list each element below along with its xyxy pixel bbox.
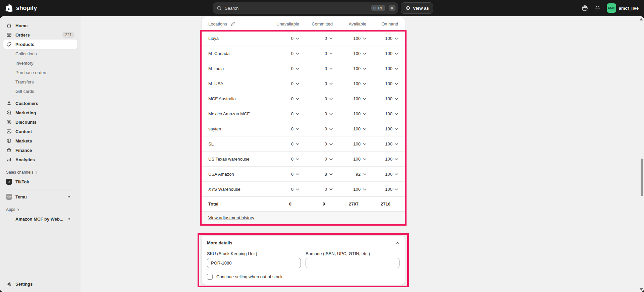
committed-value-dropdown[interactable]: 0: [325, 141, 333, 147]
onhand-value-dropdown[interactable]: 100: [385, 36, 398, 41]
available-value-dropdown[interactable]: 100: [353, 187, 366, 192]
available-value-dropdown[interactable]: 100: [353, 126, 366, 131]
unavailable-value-dropdown[interactable]: 0: [291, 96, 299, 101]
sidebar-item-finance[interactable]: Finance: [3, 145, 77, 155]
sidebar-item-analytics[interactable]: Analytics: [3, 155, 77, 164]
unavailable-value-dropdown[interactable]: 0: [291, 141, 299, 147]
onhand-value-dropdown[interactable]: 100: [385, 172, 398, 177]
sidebar-item-marketing[interactable]: Marketing: [3, 108, 77, 117]
onhand-value-dropdown[interactable]: 100: [385, 141, 398, 147]
onhand-value-dropdown[interactable]: 100: [385, 66, 398, 71]
available-value-dropdown[interactable]: 100: [353, 51, 366, 56]
sidebar-item-temu[interactable]: TEMU Temu: [3, 192, 77, 201]
unavailable-value-dropdown[interactable]: 0: [291, 36, 299, 41]
unavailable-value-dropdown[interactable]: 0: [291, 66, 299, 71]
scrollbar-up-arrow[interactable]: [640, 18, 643, 20]
chevron-down-icon: [395, 143, 398, 145]
sidebar-item-transfers[interactable]: Transfers: [3, 77, 77, 86]
onhand-value-dropdown[interactable]: 100: [385, 126, 398, 131]
onhand-value-dropdown[interactable]: 100: [385, 96, 398, 101]
sidebar-item-products[interactable]: Products: [3, 40, 77, 49]
unavailable-value-dropdown[interactable]: 0: [291, 126, 299, 131]
continue-selling-checkbox[interactable]: [207, 274, 213, 280]
logo-wordmark: shopify: [16, 5, 37, 12]
notifications-bell-icon[interactable]: [594, 5, 601, 11]
edit-locations-pencil-icon[interactable]: [230, 21, 235, 26]
onhand-value-dropdown[interactable]: 100: [385, 81, 398, 86]
available-value-dropdown[interactable]: 100: [353, 141, 366, 147]
view-adjustment-history-link[interactable]: View adjustment history: [208, 215, 254, 220]
sidebar-item-orders[interactable]: Orders 221: [3, 30, 77, 40]
inventory-locations-card: Locations Unavailable Committed Availabl…: [202, 17, 405, 223]
unavailable-value-dropdown[interactable]: 0: [291, 81, 299, 86]
unavailable-value-dropdown[interactable]: 0: [291, 157, 299, 162]
sidebar-item-markets[interactable]: $ Markets: [3, 136, 77, 145]
available-value-dropdown[interactable]: 100: [353, 81, 366, 86]
available-value-dropdown[interactable]: 100: [353, 36, 366, 41]
view-as-button[interactable]: View as: [401, 2, 433, 14]
shopify-logo[interactable]: S shopify: [0, 4, 37, 12]
sidebar-item-discounts[interactable]: Discounts: [3, 117, 77, 127]
products-tag-icon: [6, 41, 12, 47]
available-value-dropdown[interactable]: 100: [353, 111, 366, 116]
chevron-down-icon: [363, 188, 366, 190]
unavailable-value-dropdown[interactable]: 0: [291, 51, 299, 56]
chevron-down-icon: [363, 83, 366, 85]
sidebar-item-customers[interactable]: Customers: [3, 99, 77, 108]
unavailable-value-dropdown[interactable]: 0: [291, 172, 299, 177]
sidebar-item-content[interactable]: Content: [3, 127, 77, 136]
committed-value-dropdown[interactable]: 0: [325, 126, 333, 131]
sales-channels-header[interactable]: Sales channels: [0, 168, 80, 177]
available-value-dropdown[interactable]: 100: [353, 66, 366, 71]
search-input[interactable]: Search CTRL K: [213, 2, 398, 14]
onhand-value-dropdown[interactable]: 100: [385, 187, 398, 192]
sidebar-item-amazon-mcf[interactable]: Amazon MCF by Web...: [3, 214, 77, 224]
sidebar-item-label: Analytics: [15, 157, 35, 162]
committed-value-dropdown[interactable]: 0: [325, 51, 333, 56]
available-value-dropdown[interactable]: 100: [353, 96, 366, 101]
location-name: XYS Warehouse: [208, 187, 266, 192]
sidebar-item-gift-cards[interactable]: Gift cards: [3, 86, 77, 96]
unavailable-value-dropdown[interactable]: 0: [291, 187, 299, 192]
committed-value-dropdown[interactable]: 0: [325, 36, 333, 41]
sidebar-nav: Home Orders 221 Products Collection: [0, 16, 80, 292]
collapse-chevron-up-icon[interactable]: [395, 242, 399, 244]
sidebar-item-settings[interactable]: Settings: [3, 279, 77, 289]
committed-value-dropdown[interactable]: 0: [325, 96, 333, 101]
account-menu[interactable]: AMC amcf_live: [607, 3, 639, 13]
sidebar-item-label: Temu: [15, 194, 27, 199]
sidebar-item-inventory[interactable]: Inventory: [3, 58, 77, 68]
sidebar-item-collections[interactable]: Collections: [3, 49, 77, 58]
logo-monogram: S: [8, 7, 10, 10]
sidebar-item-home[interactable]: Home: [3, 21, 77, 30]
available-value-dropdown[interactable]: 92: [356, 172, 366, 177]
committed-value-dropdown[interactable]: 8: [325, 172, 333, 177]
shortcut-ctrl-key: CTRL: [371, 5, 385, 11]
scrollbar-down-arrow[interactable]: [640, 288, 643, 291]
available-value-dropdown[interactable]: 100: [353, 157, 366, 162]
home-icon: [6, 22, 12, 28]
committed-value-dropdown[interactable]: 0: [325, 81, 333, 86]
apps-header[interactable]: Apps: [0, 205, 80, 214]
chevron-down-icon: [329, 113, 333, 115]
onhand-value-dropdown[interactable]: 100: [385, 51, 398, 56]
committed-value-dropdown[interactable]: 0: [325, 157, 333, 162]
barcode-input[interactable]: [306, 258, 399, 268]
sidebar-item-label: Inventory: [15, 61, 33, 66]
chevron-down-icon: [296, 173, 299, 175]
sidebar-item-purchase-orders[interactable]: Purchase orders: [3, 68, 77, 77]
onhand-value-dropdown[interactable]: 100: [385, 111, 398, 116]
location-row: M_India 0 0 100 100: [202, 61, 405, 76]
onhand-value-dropdown[interactable]: 100: [385, 157, 398, 162]
committed-value-dropdown[interactable]: 0: [325, 111, 333, 116]
committed-value-dropdown[interactable]: 0: [325, 187, 333, 192]
committed-value-dropdown[interactable]: 0: [325, 66, 333, 71]
notification-dot: [68, 218, 70, 220]
unavailable-value-dropdown[interactable]: 0: [291, 111, 299, 116]
sku-input[interactable]: [207, 258, 301, 268]
sidekick-face-icon[interactable]: [581, 5, 588, 12]
scrollbar-thumb[interactable]: [641, 159, 643, 196]
chevron-down-icon: [296, 68, 299, 70]
sidebar-item-tiktok[interactable]: ♪ TikTok: [3, 177, 77, 186]
chevron-down-icon: [363, 128, 366, 130]
